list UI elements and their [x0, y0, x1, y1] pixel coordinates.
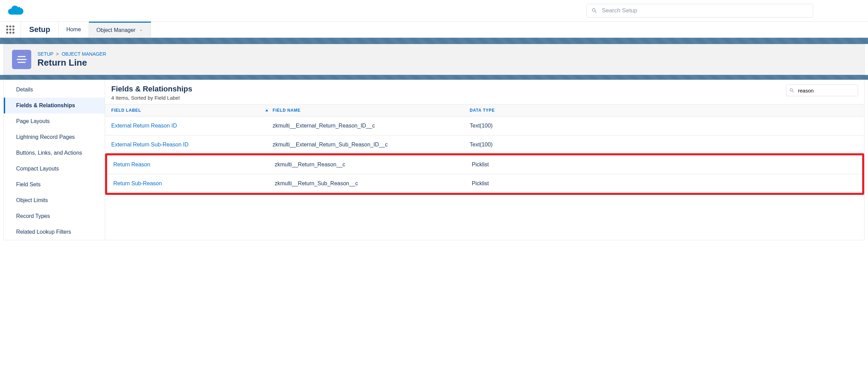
field-api-name: zkmulti__Return_Reason__c [275, 162, 472, 168]
page-header: SETUP > OBJECT MANAGER Return Line [3, 44, 865, 75]
breadcrumb-object-manager[interactable]: OBJECT MANAGER [61, 51, 106, 57]
sidebar-item-field-sets[interactable]: Field Sets [4, 177, 105, 192]
sidebar: DetailsFields & RelationshipsPage Layout… [3, 80, 105, 240]
breadcrumb-setup[interactable]: SETUP [37, 51, 53, 57]
page-title: Return Line [37, 57, 106, 68]
main-content: Fields & Relationships 4 Items, Sorted b… [105, 80, 865, 240]
field-search-input[interactable] [786, 85, 858, 96]
sidebar-item-buttons-links-and-actions[interactable]: Buttons, Links, and Actions [4, 145, 105, 161]
field-data-type: Text(100) [470, 142, 858, 148]
field-label-link[interactable]: External Return Sub-Reason ID [111, 142, 189, 148]
waffle-icon [6, 25, 14, 34]
sidebar-item-fields-relationships[interactable]: Fields & Relationships [4, 98, 105, 113]
sort-ascending-icon [265, 109, 269, 112]
table-row: External Return Reason IDzkmulti__Extern… [105, 117, 864, 135]
field-data-type: Text(100) [470, 123, 858, 129]
search-input[interactable] [586, 4, 813, 18]
field-api-name: zkmulti__External_Return_Reason_ID__c [273, 123, 470, 129]
table-row: External Return Sub-Reason IDzkmulti__Ex… [105, 135, 864, 154]
main-subtitle: 4 Items, Sorted by Field Label [111, 95, 192, 101]
field-label-link[interactable]: External Return Reason ID [111, 123, 177, 129]
highlighted-rows: Return Reasonzkmulti__Return_Reason__cPi… [105, 153, 864, 195]
field-search-wrap [786, 85, 858, 96]
breadcrumb: SETUP > OBJECT MANAGER [37, 51, 106, 57]
column-header-type[interactable]: DATA TYPE [470, 108, 858, 113]
field-label-link[interactable]: Return Reason [113, 162, 150, 168]
global-search-wrap [586, 4, 813, 18]
field-data-type: Picklist [472, 162, 856, 168]
sidebar-item-details[interactable]: Details [4, 82, 105, 98]
column-header-text: FIELD LABEL [111, 108, 141, 113]
field-api-name: zkmulti__Return_Sub_Reason__c [275, 180, 472, 187]
object-icon [12, 50, 31, 69]
search-icon [789, 88, 795, 93]
tab-object-manager[interactable]: Object Manager [89, 22, 151, 37]
sidebar-item-page-layouts[interactable]: Page Layouts [4, 113, 105, 129]
column-header-text: FIELD NAME [273, 108, 300, 113]
table-row: Return Sub-Reasonzkmulti__Return_Sub_Rea… [107, 174, 862, 193]
column-header-text: DATA TYPE [470, 108, 495, 113]
field-api-name: zkmulti__External_Return_Sub_Reason_ID__… [273, 142, 470, 148]
table-header-row: FIELD LABEL FIELD NAME DATA TYPE [105, 104, 864, 117]
column-header-name[interactable]: FIELD NAME [273, 108, 470, 113]
field-data-type: Picklist [472, 180, 856, 187]
main-title: Fields & Relationships [111, 85, 192, 93]
sidebar-item-related-lookup-filters[interactable]: Related Lookup Filters [4, 224, 105, 240]
sidebar-item-compact-layouts[interactable]: Compact Layouts [4, 161, 105, 177]
tab-home[interactable]: Home [59, 22, 89, 37]
sidebar-item-object-limits[interactable]: Object Limits [4, 192, 105, 208]
breadcrumb-separator: > [56, 51, 59, 57]
sidebar-item-record-types[interactable]: Record Types [4, 208, 105, 224]
chevron-down-icon [139, 28, 143, 32]
tab-label: Object Manager [96, 27, 136, 33]
salesforce-logo[interactable] [7, 4, 26, 18]
field-label-link[interactable]: Return Sub-Reason [113, 180, 162, 187]
app-name: Setup [21, 22, 59, 37]
sidebar-item-lightning-record-pages[interactable]: Lightning Record Pages [4, 129, 105, 145]
search-icon [591, 8, 597, 14]
tab-label: Home [66, 26, 81, 33]
table-row: Return Reasonzkmulti__Return_Reason__cPi… [107, 155, 862, 174]
app-launcher-button[interactable] [0, 22, 21, 37]
column-header-label[interactable]: FIELD LABEL [111, 108, 273, 113]
